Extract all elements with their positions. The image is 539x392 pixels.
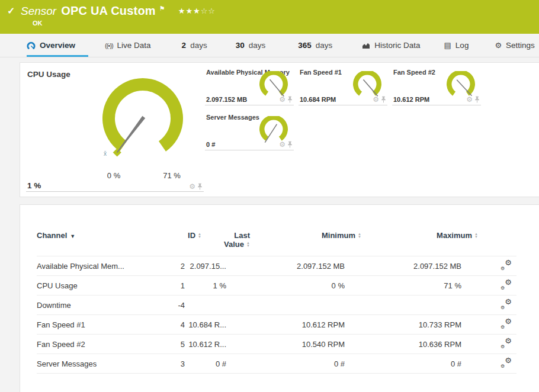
gauge-icon: [27, 41, 36, 50]
channel-name: Fan Speed #2: [37, 335, 141, 354]
channel-settings-icon[interactable]: ⚙⚙: [500, 319, 512, 329]
gauge-settings-icon[interactable]: ⚙: [466, 96, 473, 103]
tab-bar: Overview ((•)) Live Data 2 days 30 days …: [0, 34, 539, 57]
gauge-current-value: 1 %: [27, 181, 41, 190]
tab-overview-label: Overview: [40, 41, 75, 50]
stars-empty: ☆☆: [201, 7, 216, 15]
column-header-maximum[interactable]: Maximum▲▼: [345, 223, 461, 256]
channels-table: Channel▼ ID▲▼ Last Value▲▼ Minimum▲▼ Max…: [37, 223, 516, 374]
channel-maximum: 10.636 RPM: [345, 335, 461, 354]
channel-last-value: 10.684 R...: [185, 315, 226, 335]
tab-365-days-unit: days: [316, 41, 333, 50]
gauge-settings-icon[interactable]: ⚙: [189, 183, 195, 190]
channel-name: Fan Speed #1: [37, 315, 141, 335]
channel-settings-icon[interactable]: ⚙⚙: [500, 260, 512, 270]
priority-stars[interactable]: ★★★☆☆: [178, 7, 216, 15]
channel-settings-icon[interactable]: ⚙⚙: [500, 279, 512, 290]
gauge-current-value: 10.612 RPM: [393, 96, 429, 103]
channel-minimum: 0 #: [226, 354, 345, 374]
priority-flag-icon[interactable]: ⚑: [159, 5, 165, 12]
channel-minimum: 10.540 RPM: [226, 335, 345, 354]
channel-settings-icon[interactable]: ⚙⚙: [500, 299, 512, 309]
status-badge: OK: [7, 20, 539, 27]
channel-id: 4: [141, 315, 185, 335]
mini-gauges-grid: Available Physical Memory 2.097.152 MB ⚙…: [205, 69, 493, 150]
gauge-settings-icon[interactable]: ⚙: [373, 96, 379, 103]
channel-minimum: 0 %: [226, 276, 345, 295]
channel-last-value: 1 %: [185, 276, 226, 295]
tab-log[interactable]: ▤ Log: [444, 34, 469, 57]
sort-icon: ▲▼: [246, 242, 250, 248]
column-header-id[interactable]: ID▲▼: [141, 223, 185, 256]
channel-id: 1: [141, 276, 185, 295]
pin-icon[interactable]: [381, 96, 386, 103]
sort-icon: ▲▼: [474, 233, 478, 239]
pin-icon[interactable]: [287, 141, 293, 148]
memory-gauge-cell: Available Physical Memory 2.097.152 MB ⚙: [205, 69, 294, 105]
sort-icon: ▲▼: [198, 233, 201, 239]
sort-desc-icon: ▼: [70, 233, 75, 239]
channel-id: -4: [141, 295, 185, 315]
channel-minimum: 10.612 RPM: [226, 315, 345, 335]
sensor-header: ✓ Sensor OPC UA Custom ⚑ ★★★☆☆ OK: [0, 0, 539, 34]
channel-maximum: 71 %: [345, 276, 461, 295]
column-header-channel[interactable]: Channel▼: [37, 223, 141, 256]
channel-minimum: 2.097.152 MB: [226, 256, 345, 276]
channel-maximum: [345, 295, 461, 315]
gauge-title: Fan Speed #1: [300, 69, 342, 76]
gauge-current-value: 10.684 RPM: [300, 96, 336, 103]
channel-name: Available Physical Mem...: [37, 256, 141, 276]
tab-historic-data-label: Historic Data: [374, 41, 420, 50]
tab-365-days[interactable]: 365 days: [298, 34, 332, 57]
table-row: Downtime -4 ⚙⚙: [37, 295, 516, 315]
channel-name: Downtime: [37, 295, 141, 315]
channel-id: 3: [141, 354, 185, 374]
tab-30-days-number: 30: [236, 41, 245, 50]
pin-icon[interactable]: [474, 96, 480, 103]
channel-name: Server Messages: [37, 354, 141, 374]
channel-id: 2: [141, 256, 185, 276]
tab-live-data[interactable]: ((•)) Live Data: [105, 34, 151, 57]
channel-minimum: [226, 295, 345, 315]
tab-365-days-number: 365: [298, 41, 312, 50]
channel-settings-icon[interactable]: ⚙⚙: [500, 358, 512, 368]
average-marker: x̄: [104, 150, 107, 157]
gauge-needle: [363, 79, 377, 96]
tab-settings[interactable]: ⚙ Settings: [495, 34, 534, 57]
sensor-title: OPC UA Custom: [61, 4, 156, 18]
live-data-icon: ((•)): [105, 42, 113, 49]
gauge-title: Fan Speed #2: [393, 69, 435, 76]
tab-overview[interactable]: Overview: [27, 34, 88, 57]
channel-settings-icon[interactable]: ⚙⚙: [500, 338, 512, 348]
channel-id: 5: [141, 335, 185, 354]
gauge-scale-min: 0 %: [96, 171, 131, 180]
tab-live-data-label: Live Data: [117, 41, 151, 50]
cpu-usage-gauge: x̄: [88, 73, 195, 162]
channel-maximum: 2.097.152 MB: [345, 256, 461, 276]
gauge-needle: [265, 124, 277, 143]
table-row: CPU Usage 1 1 % 0 % 71 % ⚙⚙: [37, 276, 516, 295]
fan1-gauge-cell: Fan Speed #1 10.684 RPM ⚙: [299, 69, 387, 105]
gauge-scale-max: 71 %: [154, 171, 190, 180]
channel-last-value: 10.612 R...: [185, 335, 226, 354]
gauge-settings-icon[interactable]: ⚙: [279, 141, 285, 148]
channel-last-value: [185, 295, 226, 315]
channels-table-panel: Channel▼ ID▲▼ Last Value▲▼ Minimum▲▼ Max…: [20, 204, 539, 392]
log-list-icon: ▤: [444, 41, 451, 49]
tab-30-days-unit: days: [249, 41, 266, 50]
gauge-current-value: 2.097.152 MB: [206, 96, 247, 103]
pin-icon[interactable]: [287, 96, 293, 103]
gauge-settings-icon[interactable]: ⚙: [279, 96, 285, 103]
table-header-row: Channel▼ ID▲▼ Last Value▲▼ Minimum▲▼ Max…: [37, 223, 516, 256]
tab-log-label: Log: [455, 41, 469, 50]
pin-icon[interactable]: [197, 183, 203, 190]
fan2-gauge-cell: Fan Speed #2 10.612 RPM ⚙: [392, 69, 481, 105]
status-check-icon: ✓: [7, 5, 15, 17]
channel-last-value: 2.097.15...: [185, 256, 226, 276]
tab-2-days[interactable]: 2 days: [182, 34, 207, 57]
channel-maximum: 0 #: [345, 354, 461, 374]
tab-2-days-number: 2: [182, 41, 187, 50]
tab-30-days[interactable]: 30 days: [236, 34, 266, 57]
tab-historic-data[interactable]: Historic Data: [362, 34, 420, 57]
channel-last-value: 0 #: [185, 354, 226, 374]
